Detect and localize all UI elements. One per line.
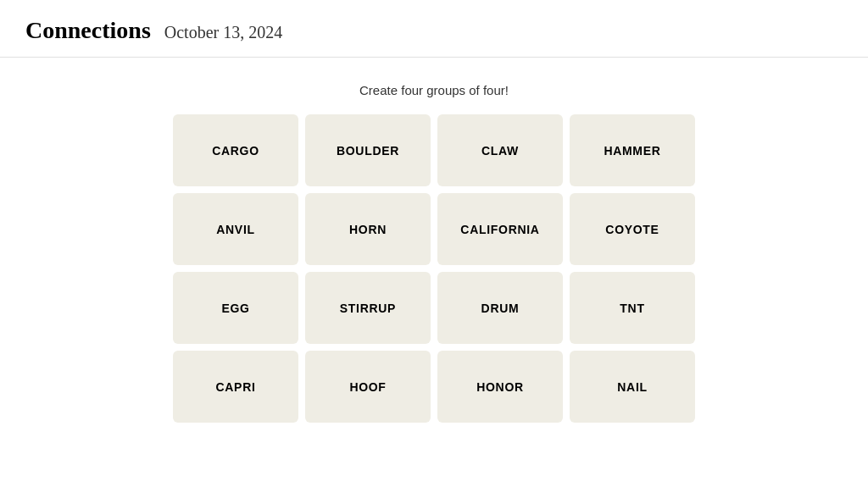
grid-cell-stirrup[interactable]: STIRRUP (305, 272, 431, 344)
grid-cell-egg[interactable]: EGG (173, 272, 298, 344)
cell-label-boulder: BOULDER (337, 144, 399, 158)
cell-label-tnt: TNT (620, 302, 644, 315)
cell-label-california: CALIFORNIA (460, 223, 539, 236)
subtitle: Create four groups of four! (359, 83, 509, 97)
page-header: Connections October 13, 2024 (0, 0, 868, 58)
cell-label-hammer: HAMMER (604, 144, 660, 158)
cell-label-cargo: CARGO (212, 144, 259, 158)
cell-label-drum: DRUM (481, 302, 520, 315)
cell-label-anvil: ANVIL (216, 223, 255, 236)
cell-label-honor: HONOR (476, 380, 524, 394)
grid-cell-boulder[interactable]: BOULDER (305, 114, 431, 186)
grid-cell-honor[interactable]: HONOR (437, 351, 563, 423)
grid-cell-nail[interactable]: NAIL (570, 351, 695, 423)
main-content: Create four groups of four! CARGOBOULDER… (0, 58, 868, 448)
grid-cell-horn[interactable]: HORN (305, 193, 431, 265)
cell-label-claw: CLAW (481, 144, 519, 158)
grid-cell-hoof[interactable]: HOOF (305, 351, 431, 423)
grid-cell-cargo[interactable]: CARGO (173, 114, 298, 186)
cell-label-horn: HORN (349, 223, 387, 236)
grid-cell-hammer[interactable]: HAMMER (570, 114, 695, 186)
cell-label-capri: CAPRI (215, 380, 255, 394)
cell-label-egg: EGG (221, 302, 249, 315)
cell-label-coyote: COYOTE (605, 223, 659, 236)
word-grid: CARGOBOULDERCLAWHAMMERANVILHORNCALIFORNI… (173, 114, 695, 423)
grid-cell-coyote[interactable]: COYOTE (570, 193, 695, 265)
grid-cell-capri[interactable]: CAPRI (173, 351, 298, 423)
cell-label-hoof: HOOF (349, 380, 386, 394)
cell-label-nail: NAIL (617, 380, 647, 394)
page-date: October 13, 2024 (164, 23, 282, 42)
cell-label-stirrup: STIRRUP (340, 302, 396, 315)
grid-cell-anvil[interactable]: ANVIL (173, 193, 298, 265)
grid-cell-california[interactable]: CALIFORNIA (437, 193, 563, 265)
grid-cell-drum[interactable]: DRUM (437, 272, 563, 344)
page-title: Connections (25, 17, 151, 44)
grid-cell-claw[interactable]: CLAW (437, 114, 563, 186)
grid-cell-tnt[interactable]: TNT (570, 272, 695, 344)
